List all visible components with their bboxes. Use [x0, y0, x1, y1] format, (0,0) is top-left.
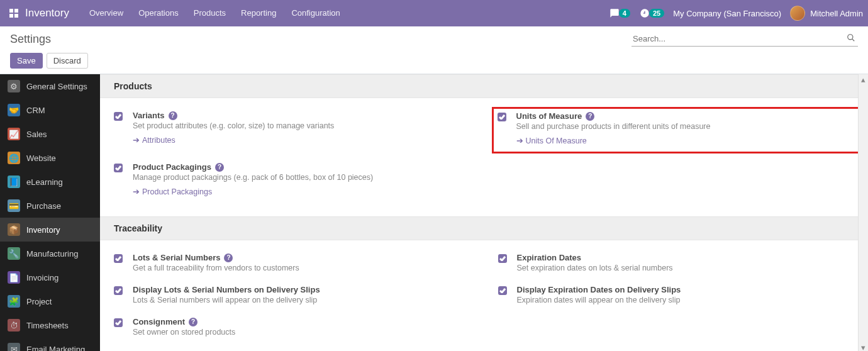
sidebar-item-label: Website: [26, 153, 56, 163]
nav-reporting[interactable]: Reporting: [233, 0, 284, 26]
user-name: Mitchell Admin: [810, 9, 863, 18]
arrow-right-icon: ➔: [133, 135, 140, 145]
section-header-products: Products: [100, 74, 868, 98]
puzzle-icon: 🧩: [8, 295, 20, 308]
scroll-up-icon[interactable]: ▴: [859, 75, 867, 83]
discard-button[interactable]: Discard: [47, 53, 88, 69]
arrow-right-icon: ➔: [133, 187, 140, 196]
top-navbar: Inventory Overview Operations Products R…: [0, 0, 868, 26]
handshake-icon: 🤝: [8, 104, 20, 116]
checkbox-variants[interactable]: [114, 112, 123, 121]
user-menu[interactable]: Mitchell Admin: [790, 6, 863, 21]
link-uom[interactable]: ➔ Units Of Measure: [516, 136, 587, 145]
link-packagings[interactable]: ➔ Product Packagings: [133, 187, 212, 196]
checkbox-lots[interactable]: [114, 254, 123, 263]
setting-desc-lots: Get a full traceability from vendors to …: [133, 264, 470, 272]
setting-desc-display-exp: Expiration dates will appear on the deli…: [517, 296, 855, 304]
help-icon[interactable]: ?: [215, 163, 224, 172]
sidebar-item-purchase[interactable]: 💳Purchase: [0, 194, 100, 218]
setting-desc-display-lots: Lots & Serial numbers will appear on the…: [133, 296, 470, 304]
sidebar-item-timesheets[interactable]: ⏱Timesheets: [0, 313, 100, 337]
checkbox-packagings[interactable]: [114, 164, 123, 172]
setting-desc-packagings: Manage product packagings (e.g. pack of …: [133, 173, 470, 182]
svg-rect-2: [9, 14, 13, 18]
scroll-down-icon[interactable]: ▾: [859, 343, 867, 351]
svg-rect-3: [14, 14, 18, 18]
messages-button[interactable]: 4: [609, 8, 630, 19]
scrollbar[interactable]: ▴ ▾: [858, 74, 868, 351]
settings-sidebar: ⚙General Settings 🤝CRM 📈Sales 🌐Website 📘…: [0, 74, 100, 351]
sidebar-item-sales[interactable]: 📈Sales: [0, 122, 100, 146]
search-box[interactable]: [632, 31, 858, 47]
sidebar-item-label: Invoicing: [26, 273, 58, 282]
sidebar-item-label: General Settings: [26, 82, 87, 91]
sidebar-item-label: Email Marketing: [26, 345, 85, 352]
sidebar-item-email[interactable]: ✉Email Marketing: [0, 337, 100, 351]
setting-title-display-lots: Display Lots & Serial Numbers on Deliver…: [133, 285, 320, 294]
sidebar-item-label: Project: [26, 297, 52, 306]
sidebar-item-manufacturing[interactable]: 🔧Manufacturing: [0, 242, 100, 265]
setting-title-consignment: Consignment: [133, 317, 185, 326]
sidebar-item-label: Timesheets: [26, 321, 69, 330]
setting-title-uom: Units of Measure: [516, 111, 582, 121]
checkbox-expiration[interactable]: [498, 254, 507, 263]
apps-icon[interactable]: [5, 4, 23, 22]
avatar: [790, 6, 805, 21]
sidebar-item-label: eLearning: [26, 177, 63, 187]
search-input[interactable]: [632, 31, 844, 46]
svg-rect-1: [14, 9, 18, 13]
checkbox-uom[interactable]: [498, 113, 506, 121]
globe-icon: 🌐: [8, 152, 20, 164]
mail-icon: ✉: [8, 343, 20, 351]
checkbox-display-exp[interactable]: [498, 286, 507, 295]
app-brand[interactable]: Inventory: [25, 7, 69, 20]
stopwatch-icon: ⏱: [8, 319, 20, 332]
setting-desc-uom: Sell and purchase products in different …: [516, 122, 855, 131]
sidebar-item-project[interactable]: 🧩Project: [0, 289, 100, 313]
sidebar-item-elearning[interactable]: 📘eLearning: [0, 170, 100, 194]
sidebar-item-label: Purchase: [26, 201, 61, 211]
link-attributes[interactable]: ➔ Attributes: [133, 135, 175, 145]
sidebar-item-invoicing[interactable]: 📄Invoicing: [0, 265, 100, 289]
nav-products[interactable]: Products: [186, 0, 233, 26]
setting-title-expiration: Expiration Dates: [517, 253, 582, 262]
control-panel: Settings Save Discard: [0, 26, 868, 74]
box-icon: 📦: [8, 223, 20, 236]
gear-icon: ⚙: [8, 80, 20, 92]
sidebar-item-general[interactable]: ⚙General Settings: [0, 74, 100, 98]
nav-configuration[interactable]: Configuration: [284, 0, 347, 26]
arrow-right-icon: ➔: [516, 136, 523, 145]
setting-desc-consignment: Set owner on stored products: [133, 328, 470, 337]
nav-operations[interactable]: Operations: [131, 0, 186, 26]
activities-button[interactable]: 25: [639, 8, 664, 19]
invoice-icon: 📄: [8, 271, 20, 284]
help-icon[interactable]: ?: [586, 112, 594, 121]
sidebar-item-website[interactable]: 🌐Website: [0, 146, 100, 170]
sidebar-item-label: CRM: [26, 106, 45, 115]
help-icon[interactable]: ?: [224, 254, 233, 262]
section-header-traceability: Traceability: [100, 216, 868, 240]
sidebar-item-label: Sales: [26, 130, 47, 139]
sidebar-item-crm[interactable]: 🤝CRM: [0, 98, 100, 122]
settings-main: Products Variants ? Set product attribut…: [100, 74, 868, 351]
breadcrumb: Settings: [10, 33, 51, 46]
nav-overview[interactable]: Overview: [82, 0, 131, 26]
activities-count: 25: [649, 9, 664, 18]
highlight-box-uom: Units of Measure ? Sell and purchase pro…: [492, 107, 861, 153]
wrench-icon: 🔧: [8, 247, 20, 260]
setting-title-variants: Variants: [133, 111, 165, 120]
company-switcher[interactable]: My Company (San Francisco): [673, 9, 781, 18]
checkbox-display-lots[interactable]: [114, 286, 123, 295]
messages-count: 4: [619, 9, 630, 18]
search-icon[interactable]: [844, 33, 858, 44]
setting-title-packagings: Product Packagings: [133, 162, 211, 172]
svg-rect-0: [9, 9, 13, 13]
cart-icon: 💳: [8, 199, 20, 212]
sidebar-item-inventory[interactable]: 📦Inventory: [0, 218, 100, 242]
setting-desc-variants: Set product attributes (e.g. color, size…: [133, 121, 470, 130]
chart-icon: 📈: [8, 128, 20, 140]
save-button[interactable]: Save: [10, 53, 43, 69]
help-icon[interactable]: ?: [189, 318, 198, 326]
help-icon[interactable]: ?: [169, 111, 177, 120]
checkbox-consignment[interactable]: [114, 318, 123, 327]
